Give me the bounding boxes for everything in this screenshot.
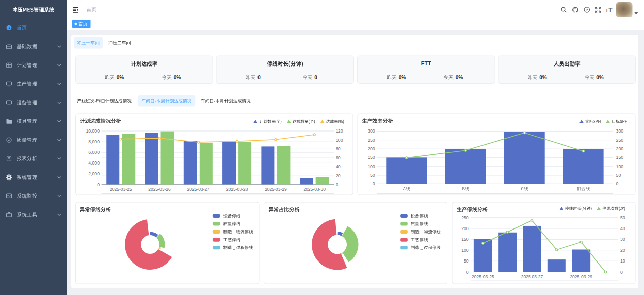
- svg-text:40: 40: [336, 164, 341, 169]
- svg-text:10: 10: [620, 258, 625, 264]
- svg-text:40: 40: [620, 226, 625, 231]
- svg-text:20: 20: [336, 173, 341, 178]
- svg-text:4,000: 4,000: [88, 160, 100, 166]
- svg-text:0: 0: [336, 182, 338, 187]
- svg-text:8,000: 8,000: [88, 139, 100, 144]
- svg-text:120: 120: [336, 128, 343, 134]
- svg-text:60: 60: [336, 155, 341, 160]
- svg-text:0: 0: [97, 182, 100, 187]
- svg-text:?: ?: [586, 8, 588, 12]
- svg-text:100: 100: [461, 248, 469, 253]
- svg-text:2025-03-25: 2025-03-25: [472, 274, 494, 279]
- svg-text:30: 30: [620, 237, 625, 242]
- svg-text:150: 150: [368, 155, 375, 160]
- svg-text:0%: 0%: [174, 75, 181, 80]
- svg-text:0: 0: [257, 75, 261, 80]
- svg-text:T: T: [608, 7, 613, 14]
- svg-text:250: 250: [616, 138, 624, 143]
- svg-text:0%: 0%: [539, 75, 547, 80]
- svg-text:0: 0: [314, 75, 317, 80]
- svg-text:20: 20: [620, 248, 625, 253]
- svg-text:50: 50: [464, 258, 469, 264]
- svg-text:6,000: 6,000: [88, 150, 100, 155]
- svg-text:200: 200: [461, 226, 469, 231]
- svg-text:80: 80: [336, 146, 341, 151]
- svg-text:0: 0: [620, 270, 623, 275]
- svg-text:300: 300: [368, 128, 375, 134]
- svg-text:0%: 0%: [399, 75, 406, 80]
- svg-text:50: 50: [620, 215, 625, 220]
- svg-text:2025-03-29: 2025-03-29: [570, 274, 592, 279]
- svg-text:0: 0: [616, 181, 619, 186]
- svg-text:150: 150: [461, 237, 469, 242]
- svg-text:50: 50: [616, 173, 621, 178]
- svg-text:100: 100: [368, 164, 375, 169]
- svg-text:300: 300: [616, 128, 624, 134]
- svg-text:150: 150: [616, 155, 624, 160]
- svg-text:100: 100: [616, 164, 624, 169]
- svg-text:50: 50: [370, 173, 375, 178]
- svg-text:100: 100: [336, 138, 343, 143]
- svg-text:0: 0: [373, 181, 375, 186]
- svg-text:2025-03-30: 2025-03-30: [303, 187, 326, 192]
- svg-text:2025-03-27: 2025-03-27: [187, 187, 210, 192]
- svg-text:250: 250: [368, 138, 375, 143]
- svg-text:200: 200: [368, 146, 375, 151]
- svg-text:2025-03-27: 2025-03-27: [521, 274, 543, 279]
- svg-text:10,000: 10,000: [86, 128, 100, 134]
- svg-text:FTT: FTT: [421, 60, 431, 67]
- svg-text:0%: 0%: [117, 75, 124, 80]
- svg-text:250: 250: [461, 215, 469, 220]
- svg-text:2,000: 2,000: [88, 171, 100, 176]
- svg-text:0%: 0%: [456, 75, 463, 80]
- svg-text:0%: 0%: [596, 75, 604, 80]
- svg-text:200: 200: [616, 146, 624, 151]
- svg-text:2025-03-26: 2025-03-26: [148, 187, 171, 192]
- svg-text:2025-03-28: 2025-03-28: [226, 187, 248, 192]
- svg-text:2025-03-25: 2025-03-25: [110, 187, 132, 192]
- svg-text:0: 0: [466, 270, 469, 275]
- svg-text:2025-03-29: 2025-03-29: [265, 187, 287, 192]
